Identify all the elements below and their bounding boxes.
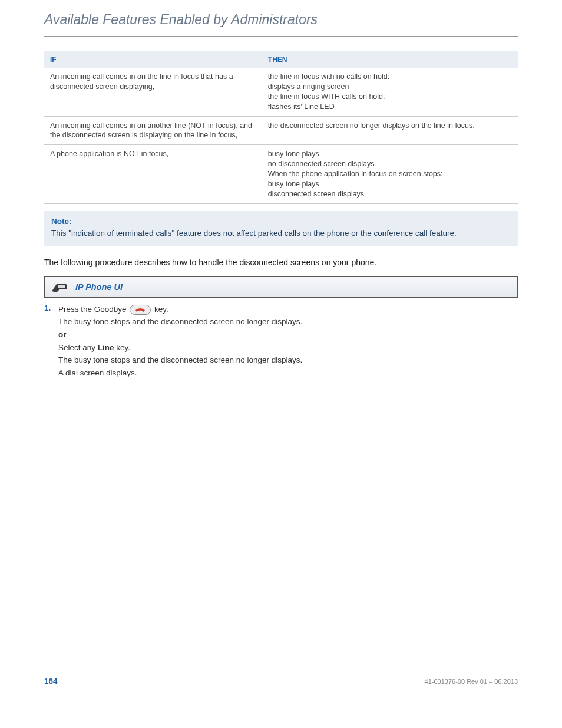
page-number: 164: [44, 677, 58, 686]
doc-revision: 41-001376-00 Rev 01 – 06.2013: [425, 678, 518, 685]
if-cell: A phone application is NOT in focus,: [44, 145, 262, 203]
step-text: The busy tone stops and the disconnected…: [58, 354, 518, 366]
step-text: A dial screen displays.: [58, 367, 518, 379]
step-number: 1.: [44, 304, 54, 312]
step-or: or: [58, 329, 518, 341]
table-row: An incoming call comes in on another lin…: [44, 116, 518, 145]
procedure-intro: The following procedure describes how to…: [44, 258, 518, 267]
note-body: This "indication of terminated calls" fe…: [51, 228, 511, 239]
then-cell: the line in focus with no calls on hold:…: [262, 68, 518, 116]
page-footer: 164 41-001376-00 Rev 01 – 06.2013: [44, 677, 518, 686]
if-cell: An incoming call comes in on another lin…: [44, 116, 262, 145]
step-text: Press the Goodbye key.: [58, 304, 518, 315]
table-header-if: IF: [44, 51, 262, 68]
table-row: A phone application is NOT in focus, bus…: [44, 145, 518, 203]
note-title: Note:: [51, 217, 511, 226]
table-row: An incoming call comes in on the line in…: [44, 68, 518, 116]
phone-icon: [51, 281, 68, 294]
then-cell: busy tone plays no disconnected screen d…: [262, 145, 518, 203]
step-text: Select any Line key.: [58, 342, 518, 354]
if-cell: An incoming call comes in on the line in…: [44, 68, 262, 116]
then-cell: the disconnected screen no longer displa…: [262, 116, 518, 145]
ip-phone-ui-bar: IP Phone UI: [44, 276, 518, 298]
page-title: Available Features Enabled by Administra…: [44, 12, 518, 37]
table-header-then: THEN: [262, 51, 518, 68]
ip-phone-ui-label: IP Phone UI: [75, 282, 123, 292]
conditions-table: IF THEN An incoming call comes in on the…: [44, 51, 518, 204]
step-list: 1. Press the Goodbye key. The busy tone …: [44, 304, 518, 380]
goodbye-key-icon: [130, 305, 151, 315]
step-text: The busy tone stops and the disconnected…: [58, 316, 518, 328]
note-box: Note: This "indication of terminated cal…: [44, 211, 518, 246]
svg-rect-0: [58, 285, 65, 288]
